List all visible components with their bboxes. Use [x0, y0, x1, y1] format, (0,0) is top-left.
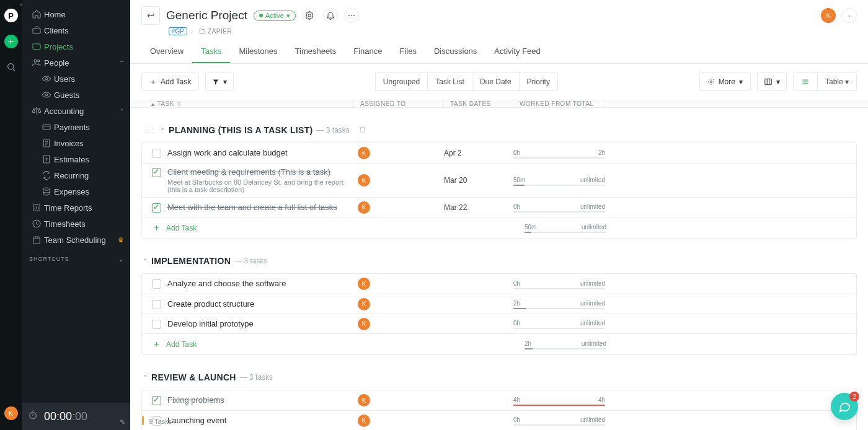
- task-row[interactable]: Develop initial prototypeK0hunlimited: [142, 314, 856, 333]
- date-cell[interactable]: Mar 20: [444, 176, 513, 185]
- project-code-badge[interactable]: #GP: [169, 27, 187, 35]
- sidebar-item-guests[interactable]: Guests: [22, 87, 130, 103]
- grouping-priority[interactable]: Priority: [519, 73, 557, 90]
- assignee-avatar: K: [358, 298, 370, 310]
- task-row[interactable]: Launching eventK0hunlimited: [142, 410, 856, 430]
- worked-cell[interactable]: 4h4h: [513, 395, 605, 406]
- more-icon[interactable]: ⋯: [344, 8, 359, 23]
- assignee-cell[interactable]: K: [354, 147, 444, 159]
- assignee-cell[interactable]: K: [354, 201, 444, 214]
- back-button[interactable]: ↩: [141, 6, 160, 25]
- assignee-cell[interactable]: K: [354, 278, 444, 290]
- view-list[interactable]: [794, 73, 817, 90]
- worked-cell[interactable]: 0hunlimited: [513, 415, 605, 426]
- settings-icon[interactable]: [302, 8, 317, 23]
- worked-cell[interactable]: 50munlimited: [513, 175, 605, 186]
- task-checkbox[interactable]: [152, 300, 161, 309]
- add-task-row[interactable]: 2hunlimited＋Add Task: [142, 333, 856, 354]
- sidebar-item-payments[interactable]: Payments: [22, 119, 130, 135]
- sidebar-item-recurring[interactable]: Recurring: [22, 167, 130, 183]
- chat-fab[interactable]: 2: [831, 393, 858, 420]
- timer-bar[interactable]: 00:00:00 ✎: [22, 403, 130, 430]
- sidebar-item-estimates[interactable]: Estimates: [22, 151, 130, 167]
- worked-cell[interactable]: 2hunlimited: [513, 299, 605, 309]
- sidebar-item-team-scheduling[interactable]: Team Scheduling♛: [22, 232, 130, 248]
- assignee-cell[interactable]: K: [354, 174, 444, 186]
- columns-button[interactable]: ▾: [757, 72, 787, 91]
- pencil-icon[interactable]: ✎: [120, 418, 125, 426]
- assignee-cell[interactable]: K: [354, 415, 444, 427]
- task-row[interactable]: Analyze and choose the softwareK0hunlimi…: [142, 274, 856, 294]
- task-row[interactable]: Fixing problemsK4h4h: [142, 390, 856, 410]
- tab-discussions[interactable]: Discussions: [425, 40, 485, 63]
- col-worked[interactable]: WORKED FROM TOTAL: [513, 100, 604, 107]
- col-assigned[interactable]: ASSIGNED TO: [353, 100, 443, 107]
- shortcuts-header[interactable]: SHORTCUTS⌄: [22, 248, 130, 264]
- add-task-row[interactable]: 50munlimited＋Add Task: [142, 217, 856, 238]
- worked-cell[interactable]: 0hunlimited: [513, 318, 605, 329]
- task-row[interactable]: Assign work and calculate budgetKApr 20h…: [142, 143, 856, 163]
- task-checkbox[interactable]: [152, 320, 161, 329]
- task-row[interactable]: Client meeting & requirements (This is a…: [142, 163, 856, 197]
- group-header[interactable]: ⌃IMPLEMENTATION — 3 tasks: [141, 253, 857, 268]
- status-pill[interactable]: Active ▾: [254, 11, 296, 21]
- sidebar-item-expenses[interactable]: Expenses: [22, 183, 130, 200]
- task-row[interactable]: Meet with the team and create a full lis…: [142, 197, 856, 217]
- task-row[interactable]: Create product structureK2hunlimited: [142, 294, 856, 314]
- add-task-button[interactable]: ＋Add Task: [141, 72, 199, 91]
- search-icon[interactable]: [6, 62, 16, 74]
- group-header[interactable]: ⋮⋮⌃PLANNING (THIS IS A TASK LIST) — 3 ta…: [141, 123, 857, 138]
- sidebar-item-accounting[interactable]: Accounting⌃: [22, 103, 130, 119]
- tab-activity-feed[interactable]: Activity Feed: [485, 40, 549, 63]
- task-checkbox[interactable]: [152, 149, 161, 158]
- user-avatar[interactable]: K: [4, 406, 18, 420]
- col-dates[interactable]: TASK DATES: [443, 100, 513, 107]
- tab-milestones[interactable]: Milestones: [230, 40, 286, 63]
- project-folder-link[interactable]: ZAPIER: [199, 28, 232, 35]
- tab-tasks[interactable]: Tasks: [192, 40, 230, 63]
- sidebar-item-home[interactable]: Home: [22, 6, 130, 22]
- sidebar-item-people[interactable]: People⌃: [22, 55, 130, 71]
- bell-icon[interactable]: [323, 8, 338, 23]
- date-cell[interactable]: Mar 22: [444, 203, 513, 212]
- tab-finance[interactable]: Finance: [345, 40, 391, 63]
- header-second-avatar[interactable]: ◦: [842, 8, 857, 23]
- worked-cell[interactable]: 0hunlimited: [513, 279, 605, 289]
- app-logo[interactable]: P: [4, 9, 18, 22]
- task-checkbox[interactable]: [152, 168, 161, 177]
- tab-overview[interactable]: Overview: [141, 40, 192, 63]
- sidebar-item-invoices[interactable]: Invoices: [22, 135, 130, 151]
- drag-handle-icon[interactable]: ⋮⋮: [143, 126, 156, 134]
- collapse-icon[interactable]: ⌃: [143, 374, 148, 381]
- worked-cell[interactable]: 0hunlimited: [513, 202, 605, 213]
- task-checkbox[interactable]: [152, 396, 161, 405]
- task-checkbox[interactable]: [152, 279, 161, 289]
- grouping-ungrouped[interactable]: Ungrouped: [376, 73, 427, 90]
- collapse-icon[interactable]: ⌃: [143, 258, 148, 265]
- tab-timesheets[interactable]: Timesheets: [286, 40, 345, 63]
- worked-cell[interactable]: 0h2h: [513, 148, 605, 159]
- quick-add-button[interactable]: +: [4, 35, 18, 48]
- filter-button[interactable]: ▾: [205, 72, 234, 91]
- assignee-cell[interactable]: K: [354, 394, 444, 406]
- sidebar-item-time-reports[interactable]: Time Reports: [22, 200, 130, 216]
- grouping-task-list[interactable]: Task List: [427, 73, 472, 90]
- sidebar-item-clients[interactable]: Clients: [22, 22, 130, 38]
- sidebar-item-users[interactable]: Users: [22, 71, 130, 87]
- gear-icon: [707, 78, 715, 86]
- assignee-cell[interactable]: K: [354, 318, 444, 330]
- col-task[interactable]: ▴TASK⇅: [130, 100, 353, 107]
- assignee-cell[interactable]: K: [354, 298, 444, 310]
- date-cell[interactable]: Apr 2: [444, 149, 513, 157]
- collapse-icon[interactable]: ⌃: [160, 127, 165, 134]
- header-avatar[interactable]: K: [821, 8, 836, 23]
- more-button[interactable]: More ▾: [699, 72, 751, 91]
- grouping-due-date[interactable]: Due Date: [472, 73, 519, 90]
- sidebar-item-projects[interactable]: Projects: [22, 38, 130, 55]
- group-header[interactable]: ⌃REVIEW & LAUNCH — 3 tasks: [141, 370, 857, 385]
- task-checkbox[interactable]: [152, 203, 161, 213]
- view-table[interactable]: Table ▾: [817, 73, 856, 90]
- delete-group-icon[interactable]: [358, 125, 366, 135]
- tab-files[interactable]: Files: [391, 40, 425, 63]
- sidebar-item-timesheets[interactable]: Timesheets: [22, 216, 130, 232]
